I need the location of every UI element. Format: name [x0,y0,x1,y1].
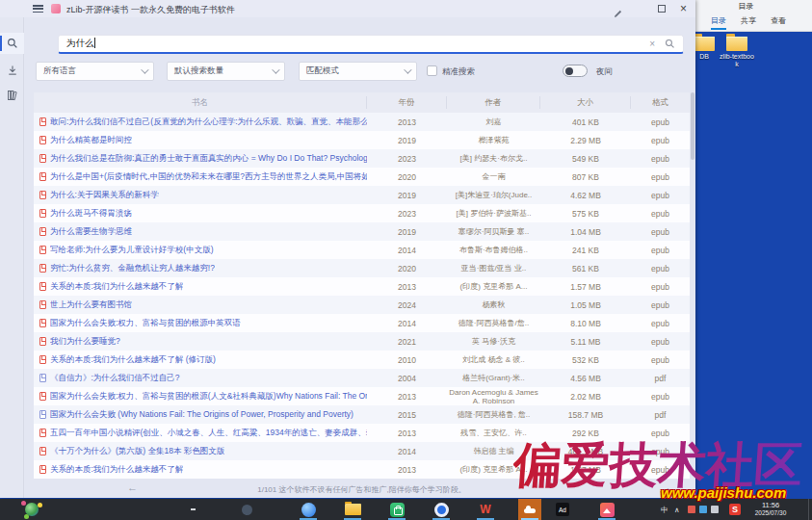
table-row[interactable]: 关系的本质:我们为什么越来越不了解 (修订版) 2010 刘北成 杨念 & 彼.… [34,351,690,369]
table-row[interactable]: 为什么是中国+(后疫情时代,中国的优势和未来在哪里?西方主导的世界之人类局,中国… [34,168,690,186]
table-row[interactable]: 敢问:为什么我们信不过自己(反直觉的为什么心理学:为什么乐观、欺骗、直觉、本能那… [34,113,690,131]
player-icon[interactable] [430,499,453,520]
cloud-app-icon-active[interactable] [518,499,541,520]
menu-icon[interactable] [33,5,43,13]
header-title[interactable]: 书名 [34,96,367,109]
table-row[interactable]: 写给老师:为什么要为儿童设计好学校(中文版) 2014 布鲁斯·布鲁姆伯格.. … [34,241,690,259]
photos-icon[interactable] [595,499,618,520]
table-row[interactable]: 国家为什么会失败 (Why Nations Fail: The Origins … [34,405,690,424]
sidebar-item-bookshelf[interactable] [0,85,24,106]
app-store-icon[interactable] [385,499,408,520]
book-title-link[interactable]: 我们为什么要睡觉? [50,336,120,348]
close-button[interactable]: × [680,1,687,16]
header-format[interactable]: 格式 [631,96,690,109]
book-format-icon [39,355,46,364]
desktop-icon-label: zlib-textbook [719,53,755,68]
book-title-link[interactable]: 穷忙:为什么贫穷、金融危机让穷人越来越穷!? [50,263,215,274]
book-title-link[interactable]: 国家为什么会失败:权力、富裕与贫困的根源(人文&社科典藏版)Why Nation… [50,391,367,403]
table-row[interactable]: 为什么需要生物学思维 2019 塞缪尔·阿贝斯曼 塞.. 1.04 MB epu… [34,222,690,241]
table-row[interactable]: 关系的本质:我们为什么越来越不了解 2013 (印度) 克里希那 A... 1.… [34,277,690,296]
search-input[interactable]: 为什么 × [58,35,684,54]
book-title-link[interactable]: 《自信力》:为什么我们信不过自己? [50,373,180,384]
book-title-link[interactable]: 写给老师:为什么要为儿童设计好学校(中文版) [50,245,214,256]
book-format: pdf [631,410,690,420]
table-row[interactable]: 为什么斑马不得胃溃疡 2023 [美] 罗伯特·萨波斯基.. 575 KB ep… [34,204,690,222]
dim-app-icon[interactable] [235,499,258,520]
result-count-dropdown[interactable]: 默认搜索数量 [167,62,285,81]
book-format: epub [631,209,690,219]
table-row[interactable]: 国家为什么会失败:权力、富裕与贫困的根源中英双语 2014 德隆·阿西莫格鲁/詹… [34,314,690,332]
show-desktop-button[interactable] [808,499,812,520]
match-mode-value: 匹配模式 [306,65,339,77]
taskbar-clock[interactable]: 11:56 2025/07/30 [747,501,794,517]
book-title-link[interactable]: 世上为什么要有图书馆 [50,299,132,311]
tray-network-icon[interactable] [699,506,707,513]
book-format-icon [39,337,46,346]
book-title-link[interactable]: 关系的本质:我们为什么越来越不了解 [50,464,183,476]
book-title-link[interactable]: 关系的本质:我们为什么越来越不了解 [50,281,183,293]
book-year: 2015 [367,410,447,420]
book-title-link[interactable]: 五四一百年中国小说精评(创业、小城之春、人生、红高粱、1934年的逃亡、妻妾成群… [50,428,367,439]
table-row[interactable]: 国家为什么会失败:权力、富裕与贫困的根源(人文&社科典藏版)Why Nation… [34,387,690,405]
tray-security-icon[interactable] [688,506,695,513]
book-size: 2.29 MB [540,136,631,145]
explorer-tab-view[interactable]: 查看 [771,13,786,30]
hidden-icons-dash[interactable] [181,499,204,520]
book-size: 561 KB [540,264,631,273]
table-scrollbar[interactable] [691,92,694,478]
match-mode-dropdown[interactable]: 匹配模式 [299,62,417,81]
language-filter-dropdown[interactable]: 所有语言 [36,62,154,81]
search-submit-icon[interactable] [665,36,675,53]
book-title-link[interactable]: 为什么是中国+(后疫情时代,中国的优势和未来在哪里?西方主导的世界之人类局,中国… [50,171,367,183]
book-format: epub [631,136,690,145]
scrollbar-thumb[interactable] [691,92,694,160]
book-format: epub [631,264,690,273]
explorer-window[interactable]: 目录 目录 共享 查看 [680,0,812,32]
precise-search-checkbox[interactable] [427,65,437,76]
header-size[interactable]: 大小 [540,96,631,109]
sogou-input-icon[interactable]: S [729,504,741,515]
table-row[interactable]: 为什么:关于因果关系的新科学 2019 [美]朱迪亚·珀尔(Jude.. 4.6… [34,186,690,204]
book-author: 塞缪尔·阿贝斯曼 塞.. [447,227,540,236]
ime-indicator[interactable]: 中 [661,506,668,515]
book-author: 刘北成 杨念 & 彼.. [447,355,540,364]
file-explorer-icon[interactable] [341,499,364,520]
book-title-link[interactable]: 国家为什么会失败:权力、富裕与贫困的根源中英双语 [50,318,241,329]
explorer-title: 目录 [680,0,812,13]
book-format-icon [39,282,46,291]
table-row[interactable]: 《自信力》:为什么我们信不过自己? 2004 格兰特(Grant)·米.. 4.… [34,369,690,387]
book-title-link[interactable]: 为什么精英都是时间控 [50,135,132,146]
book-year: 2013 [367,465,447,475]
ad-app-icon[interactable]: Ad [551,499,574,520]
table-row[interactable]: 为什么精英都是时间控 2019 桦泽紫苑 2.29 MB epub [34,131,690,149]
quark-browser-icon[interactable] [297,499,320,520]
book-title-link[interactable]: 为什么需要生物学思维 [50,226,132,238]
table-row[interactable]: 穷忙:为什么贫穷、金融危机让穷人越来越穷!? 2020 亚当·图兹/亚当 业..… [34,259,690,277]
clear-search-icon[interactable]: × [649,39,655,49]
book-title-link[interactable]: 《十万个为什么》(第六版) 全集18本 彩色图文版 [50,446,224,457]
table-row[interactable]: 世上为什么要有图书馆 2024 杨素秋 1.05 MB epub [34,296,690,314]
watermark-url: www.paijishu.com [661,484,786,501]
tray-volume-icon[interactable] [711,506,719,513]
sidebar-item-search[interactable] [0,33,24,54]
explorer-tab-share[interactable]: 共享 [741,13,756,30]
explorer-tab-home[interactable]: 目录 [711,13,726,30]
feedback-pencil-icon[interactable] [614,4,623,21]
maximize-button[interactable] [658,5,666,13]
book-title-link[interactable]: 关系的本质:我们为什么越来越不了解 (修订版) [50,354,216,366]
book-title-link[interactable]: 为什么:关于因果关系的新科学 [50,190,159,201]
wps-icon[interactable]: W [474,499,497,520]
table-row[interactable]: 为什么我们总是在防御:真正的勇士敢于直面真实的内心 = Why Do I Do … [34,149,690,168]
book-title-link[interactable]: 国家为什么会失败 (Why Nations Fail: The Origins … [50,409,354,421]
header-author[interactable]: 作者 [447,96,540,109]
tray-expand-caret[interactable]: ∧ [674,506,680,514]
book-title-link[interactable]: 为什么斑马不得胃溃疡 [50,208,132,220]
table-row[interactable]: 我们为什么要睡觉? 2021 英 马修·沃克 5.11 MB epub [34,332,690,351]
book-title-link[interactable]: 为什么我们总是在防御:真正的勇士敢于直面真实的内心 = Why Do I Do … [50,153,367,165]
book-title-link[interactable]: 敢问:为什么我们信不过自己(反直觉的为什么心理学:为什么乐观、欺骗、直觉、本能那… [50,117,367,128]
sidebar-item-downloads[interactable] [0,60,24,81]
header-year[interactable]: 年份 [367,96,447,109]
desktop-icon-zlib-textbook[interactable]: zlib-textbook [719,37,755,68]
start-button[interactable] [23,501,40,518]
night-mode-toggle[interactable] [563,65,588,77]
